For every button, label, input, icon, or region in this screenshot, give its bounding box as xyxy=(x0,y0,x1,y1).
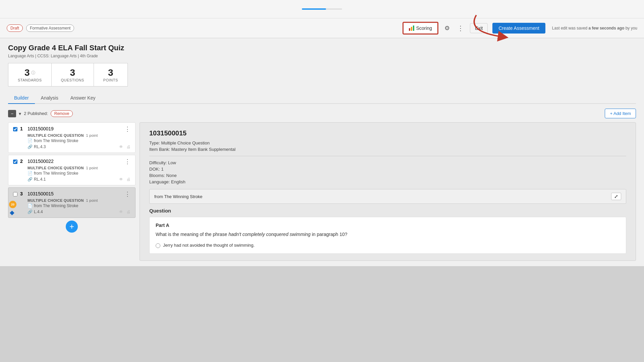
panel-language: Language: English xyxy=(149,179,626,184)
question-item-2[interactable]: 2 1031500022 ⋮ MULTIPLE CHOICE QUESTION … xyxy=(8,155,136,185)
collapse-button[interactable]: − xyxy=(8,110,16,117)
doc-icon-3: 📄 xyxy=(28,203,33,208)
doc-icon-2: 📄 xyxy=(28,171,33,176)
question-3-dots[interactable]: ⋮ xyxy=(124,191,130,197)
panel-type: Type: Multiple Choice Question xyxy=(149,140,626,145)
right-panel: 1031500015 Type: Multiple Choice Questio… xyxy=(140,122,636,261)
question-item-1[interactable]: 1 1031500019 ⋮ MULTIPLE CHOICE QUESTION … xyxy=(8,122,136,153)
draft-badge: Draft xyxy=(7,24,23,32)
standard-icon-1: 🔗 xyxy=(28,144,33,149)
question-1-dots[interactable]: ⋮ xyxy=(124,126,130,132)
visibility-icon-1: 👁 xyxy=(119,144,123,149)
more-options-button[interactable]: ⋮ xyxy=(456,24,465,32)
tab-builder[interactable]: Builder xyxy=(8,93,35,104)
blue-diamond-icon: ◆ xyxy=(10,209,14,216)
questions-label: QUESTIONS xyxy=(61,78,84,82)
create-assessment-button[interactable]: Create Assessment xyxy=(492,23,545,34)
question-3-id: 1031500015 xyxy=(28,191,54,196)
points-count: 3 xyxy=(108,67,113,78)
answer-option-1[interactable]: Jerry had not avoided the thought of swi… xyxy=(156,243,620,248)
panel-dok: DOK: 1 xyxy=(149,167,626,172)
quiz-meta: Language Arts | CCSS: Language Arts | 4t… xyxy=(8,54,636,58)
standards-stat-card: 3 ⓘ STANDARDS xyxy=(8,63,52,86)
question-1-id: 1031500019 xyxy=(28,126,54,131)
standards-label: STANDARDS xyxy=(18,78,42,82)
scoring-bar-icon xyxy=(409,25,414,31)
tab-answer-key[interactable]: Answer Key xyxy=(64,93,102,104)
standard-icon-2: 🔗 xyxy=(28,177,33,182)
questions-stat-card: 3 QUESTIONS xyxy=(52,63,94,86)
last-edit-text: Last edit was saved a few seconds ago by… xyxy=(552,26,637,31)
doc-icon-1: 📄 xyxy=(28,138,33,143)
print-icon-3: 🖨 xyxy=(126,209,130,214)
question-2-checkbox[interactable] xyxy=(13,160,17,164)
scoring-button-wrapper: Scoring xyxy=(402,22,438,35)
question-1-checkbox[interactable] xyxy=(13,127,17,131)
print-icon-2: 🖨 xyxy=(126,177,130,182)
print-icon-1: 🖨 xyxy=(126,144,130,149)
question-item-3[interactable]: 3 1031500015 ⋮ MULTIPLE CHOICE QUESTION … xyxy=(8,187,136,218)
points-stat-card: 3 POINTS xyxy=(94,63,128,86)
add-question-button[interactable]: + xyxy=(66,221,78,233)
standard-icon-3: 🔗 xyxy=(28,209,33,214)
passage-label: from The Winning Stroke xyxy=(154,194,203,199)
question-section-label: Question xyxy=(149,208,626,214)
remove-button[interactable]: Remove xyxy=(51,110,73,117)
scoring-button[interactable]: Scoring xyxy=(404,23,437,33)
panel-item-id: 1031500015 xyxy=(149,129,626,137)
question-2-id: 1031500022 xyxy=(28,159,54,164)
question-text: What is the meaning of the phrase hadn't… xyxy=(156,231,620,238)
tab-analysis[interactable]: Analysis xyxy=(35,93,64,104)
panel-bank: Item Bank: Mastery Item Bank Supplementa… xyxy=(149,147,626,152)
settings-button[interactable]: ⚙ xyxy=(443,23,451,33)
exit-button[interactable]: Exit xyxy=(470,23,488,33)
points-label: POINTS xyxy=(103,78,118,82)
progress-bar xyxy=(302,8,342,10)
sticker-badge: 20 xyxy=(9,201,16,208)
visibility-icon-3: 👁 xyxy=(119,209,123,214)
panel-blooms: Blooms: None xyxy=(149,173,626,178)
expand-chevron-button[interactable]: ▾ xyxy=(19,111,21,116)
question-1-num: 1 xyxy=(20,126,25,131)
published-count-label: 2 Published: xyxy=(24,111,48,116)
passage-box: from The Winning Stroke ⤢ xyxy=(149,189,626,204)
radio-circle-1 xyxy=(156,243,160,248)
standards-count: 3 xyxy=(24,67,30,78)
question-2-dots[interactable]: ⋮ xyxy=(124,159,130,165)
visibility-icon-2: 👁 xyxy=(119,177,123,182)
questions-count: 3 xyxy=(70,67,75,78)
question-2-num: 2 xyxy=(20,159,25,164)
panel-difficulty: Difficulty: Low xyxy=(149,160,626,165)
question-3-checkbox[interactable] xyxy=(13,192,17,196)
part-label: Part A xyxy=(156,223,620,228)
question-3-num: 3 xyxy=(20,191,25,196)
standards-info-icon: ⓘ xyxy=(31,70,35,76)
add-item-button[interactable]: + Add Item xyxy=(605,109,636,118)
quiz-title: Copy Grade 4 ELA Fall Start Quiz xyxy=(8,44,636,52)
formative-badge: Formative Assessment xyxy=(26,24,74,32)
expand-passage-button[interactable]: ⤢ xyxy=(611,193,621,200)
